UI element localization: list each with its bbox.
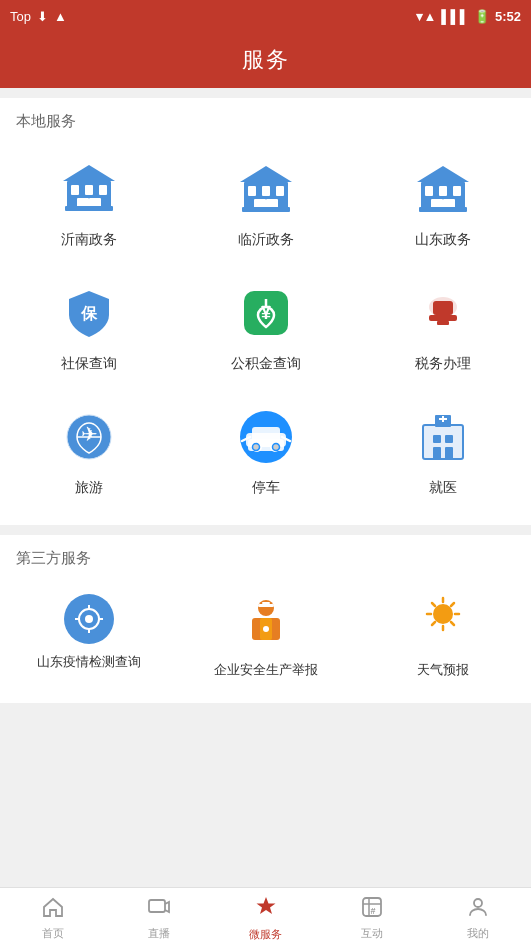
svg-rect-49 [445,447,453,459]
nav-home[interactable]: 首页 [0,888,106,947]
shandong-gov-item[interactable]: 山东政务 [354,143,531,267]
medical-item[interactable]: 就医 [354,391,531,515]
medical-icon-wrapper [413,409,473,469]
svg-rect-8 [65,206,113,211]
svg-text:保: 保 [80,305,98,322]
svg-rect-74 [149,900,165,912]
page-title: 服务 [242,45,290,75]
svg-rect-47 [445,435,453,443]
svg-rect-60 [258,604,274,607]
travel-label: 旅游 [75,479,103,497]
wifi-icon: ▾▲ [416,9,436,24]
svg-rect-11 [262,186,270,196]
weather-item[interactable]: 天气预报 [354,580,531,693]
linnan-gov-icon-wrapper [59,161,119,221]
svg-point-42 [252,444,259,451]
epidemic-label: 山东疫情检测查询 [37,654,141,671]
svg-rect-46 [433,435,441,443]
parking-icon [238,409,294,469]
svg-rect-24 [419,207,467,212]
hospital-icon [417,411,469,467]
gov-building-icon-3 [417,164,469,218]
parking-label: 停车 [252,479,280,497]
tax-label: 税务办理 [415,355,471,373]
bottom-nav: 首页 直播 微服务 # 互动 [0,887,531,947]
svg-rect-18 [425,186,433,196]
svg-rect-31 [437,321,449,325]
third-section-title: 第三方服务 [0,549,531,580]
epidemic-item[interactable]: 山东疫情检测查询 [0,580,177,693]
time: 5:52 [495,9,521,24]
svg-rect-52 [442,416,444,422]
medical-label: 就医 [429,479,457,497]
svg-text:#: # [370,906,375,916]
svg-line-70 [432,603,435,606]
nav-mine-label: 我的 [467,926,489,941]
travel-icon: ✈ [63,411,115,467]
linyi-gov-label: 临沂政务 [238,231,294,249]
svg-rect-2 [85,185,93,195]
safety-item[interactable]: 企业安全生产举报 [177,580,354,693]
svg-rect-29 [433,301,453,315]
svg-point-43 [272,444,279,451]
svg-point-65 [433,604,453,624]
nav-live-label: 直播 [148,926,170,941]
nav-weiservice-label: 微服务 [249,927,282,942]
linnan-gov-item[interactable]: 沂南政务 [0,143,177,267]
epidemic-icon [64,594,114,644]
svg-marker-23 [417,166,469,182]
live-icon [147,895,171,923]
battery-icon: 🔋 [474,9,490,24]
tax-item[interactable]: 税务办理 [354,267,531,391]
nav-weiservice[interactable]: 微服务 [212,888,318,947]
shield-icon: 保 [63,287,115,343]
page-header: 服务 [0,32,531,88]
nav-home-label: 首页 [42,926,64,941]
status-right: ▾▲ ▌▌▌ 🔋 5:52 [416,9,521,24]
local-section-title: 本地服务 [0,112,531,143]
shandong-gov-icon-wrapper [413,161,473,221]
provident-fund-icon-wrapper: ¥ [236,285,296,345]
svg-marker-75 [256,897,275,914]
provident-icon: ¥ [240,287,292,343]
svg-point-80 [474,899,482,907]
weather-icon [419,594,467,652]
stamp-icon [417,287,469,343]
travel-item[interactable]: ✈ 旅游 [0,391,177,515]
tax-icon-wrapper [413,285,473,345]
nav-interact[interactable]: # 互动 [319,888,425,947]
nav-mine[interactable]: 我的 [425,888,531,947]
linyi-gov-item[interactable]: 临沂政务 [177,143,354,267]
linnan-gov-label: 沂南政务 [61,231,117,249]
provident-fund-label: 公积金查询 [231,355,301,373]
social-insurance-icon-wrapper: 保 [59,285,119,345]
home-icon [41,895,65,923]
parking-icon-wrapper [236,409,296,469]
safety-label: 企业安全生产举报 [214,662,318,679]
svg-text:✈: ✈ [80,423,97,445]
gov-building-icon-1 [63,163,115,219]
svg-rect-19 [439,186,447,196]
social-insurance-label: 社保查询 [61,355,117,373]
linyi-gov-icon-wrapper [236,161,296,221]
main-content: 本地服务 [0,88,531,887]
parking-item[interactable]: 停车 [177,391,354,515]
gov-building-icon-2 [240,164,292,218]
svg-rect-1 [71,185,79,195]
svg-rect-48 [433,447,441,459]
svg-line-73 [432,622,435,625]
signal-icon: ▌▌▌ [441,9,469,24]
provident-fund-item[interactable]: ¥ 公积金查询 [177,267,354,391]
social-insurance-item[interactable]: 保 社保查询 [0,267,177,391]
svg-rect-61 [262,602,270,604]
status-left: Top ⬇ ▲ [10,9,67,24]
nav-live[interactable]: 直播 [106,888,212,947]
local-services-section: 本地服务 [0,98,531,525]
triangle-icon: ▲ [54,9,67,24]
app-name: Top [10,9,31,24]
svg-rect-41 [246,433,286,447]
svg-text:¥: ¥ [260,303,270,323]
weather-label: 天气预报 [417,662,469,679]
shandong-gov-label: 山东政务 [415,231,471,249]
local-services-grid: 沂南政务 [0,143,531,515]
